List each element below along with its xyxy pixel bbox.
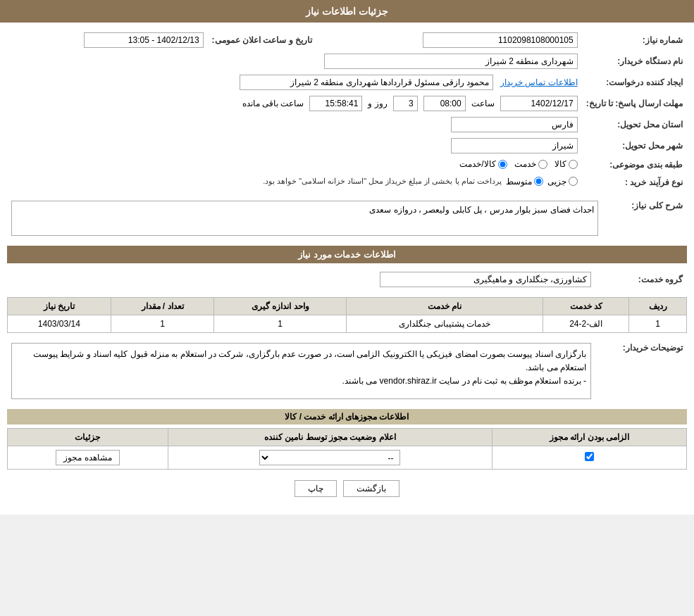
col-date: تاریخ نیاز	[8, 298, 111, 315]
creator-value: اطلاعات تماس خریدار	[7, 72, 582, 93]
process-jozvi-label[interactable]: جزیی	[547, 177, 578, 187]
city-input[interactable]	[451, 138, 578, 153]
services-section-title: اطلاعات خدمات مورد نیاز	[7, 246, 687, 263]
service-group-row: گروه خدمت:	[7, 269, 687, 290]
deadline-time-input[interactable]	[423, 96, 466, 111]
buyer-notes-line: بارگزاری اسناد پیوست بصورت امضای فیزیکی …	[33, 349, 586, 372]
purchase-org-row: نام دستگاه خریدار:	[7, 51, 687, 72]
creator-row: ایجاد کننده درخواست: اطلاعات تماس خریدار	[7, 72, 687, 93]
cell-date: 1403/03/14	[8, 315, 111, 333]
category-kala-radio[interactable]	[569, 160, 578, 169]
deadline-remaining-label: ساعت باقی مانده	[242, 99, 304, 108]
category-khedmat-radio[interactable]	[538, 160, 547, 169]
permissions-row: -- مشاهده مجوز	[8, 446, 687, 470]
cell-name: خدمات پشتیبانی جنگلداری	[347, 315, 543, 333]
purchase-org-value	[7, 51, 582, 72]
category-kala-khedmat-label[interactable]: کالا/خدمت	[459, 159, 507, 169]
category-kala-khedmat-radio[interactable]	[498, 160, 507, 169]
perm-col-detail: جزئیات	[8, 429, 168, 446]
service-group-input[interactable]	[380, 272, 591, 287]
purchase-org-input[interactable]	[324, 54, 578, 69]
buyer-notes-row: توضیحات خریدار: بارگزاری اسناد پیوست بصو…	[7, 340, 687, 402]
deadline-row: مهلت ارسال پاسخ: تا تاریخ: ساعت روز و سا…	[7, 93, 687, 114]
description-table: شرح کلی نیاز: احداث فضای سبز بلوار مدرس …	[7, 198, 687, 239]
footer-buttons: بازگشت چاپ	[7, 470, 687, 508]
col-unit: واحد اندازه گیری	[214, 298, 347, 315]
category-khedmat-text: خدمت	[514, 159, 536, 169]
cell-unit: 1	[214, 315, 347, 333]
city-row: شهر محل تحویل:	[7, 135, 687, 156]
process-motavaset-label[interactable]: متوسط	[506, 177, 543, 187]
view-permit-button[interactable]: مشاهده مجوز	[56, 450, 119, 465]
deadline-day-label: روز و	[368, 99, 387, 108]
cell-row: 1	[629, 315, 687, 333]
perm-col-status: اعلام وضعیت مجوز توسط نامین کننده	[168, 429, 492, 446]
perm-status-select[interactable]: --	[259, 450, 400, 465]
services-table: ردیف کد خدمت نام خدمت واحد اندازه گیری ت…	[7, 297, 687, 333]
buyer-notes-line: - برنده استعلام موظف به ثبت نام در سایت …	[342, 376, 586, 386]
description-label: شرح کلی نیاز:	[602, 198, 687, 239]
service-group-label: گروه خدمت:	[595, 269, 687, 290]
deadline-date-input[interactable]	[500, 96, 578, 111]
deadline-remaining-input[interactable]	[309, 96, 362, 111]
print-button[interactable]: چاپ	[295, 480, 337, 497]
col-qty: تعداد / مقدار	[111, 298, 214, 315]
niyaz-number-row: شماره نیاز: تاریخ و ساعت اعلان عمومی:	[7, 30, 687, 51]
city-label: شهر محل تحویل:	[582, 135, 687, 156]
buyer-notes-table: توضیحات خریدار: بارگزاری اسناد پیوست بصو…	[7, 340, 687, 402]
category-khedmat-label[interactable]: خدمت	[514, 159, 547, 169]
creator-link[interactable]: اطلاعات تماس خریدار	[500, 77, 578, 87]
form-table: شماره نیاز: تاریخ و ساعت اعلان عمومی: نا…	[7, 30, 687, 191]
perm-status-cell: --	[168, 446, 492, 470]
service-group-table: گروه خدمت:	[7, 269, 687, 290]
province-input[interactable]	[451, 117, 578, 132]
category-row: طبقه بندی موضوعی: کالا خدمت	[7, 156, 687, 174]
process-label: نوع فرآیند خرید :	[582, 174, 687, 191]
process-value: جزیی متوسط پرداخت تمام یا بخشی از مبلغ خ…	[7, 174, 582, 191]
back-button[interactable]: بازگشت	[343, 480, 399, 497]
service-group-value	[7, 269, 595, 290]
creator-input[interactable]	[240, 75, 493, 90]
creator-label: ایجاد کننده درخواست:	[582, 72, 687, 93]
description-value: احداث فضای سبز بلوار مدرس ، پل کابلی ولی…	[7, 198, 602, 239]
perm-col-required: الزامی بودن ارائه مجوز	[492, 429, 687, 446]
permissions-section-title: اطلاعات مجوزهای ارائه خدمت / کالا	[7, 409, 687, 425]
province-value	[7, 114, 582, 135]
niyaz-number-value	[326, 30, 582, 51]
announce-date-value	[7, 30, 208, 51]
page-title: جزئیات اطلاعات نیاز	[306, 6, 388, 17]
services-table-header: ردیف کد خدمت نام خدمت واحد اندازه گیری ت…	[8, 298, 687, 315]
main-content: شماره نیاز: تاریخ و ساعت اعلان عمومی: نا…	[0, 23, 694, 515]
announce-date-input[interactable]	[84, 32, 204, 48]
province-row: استان محل تحویل:	[7, 114, 687, 135]
process-motavaset-radio[interactable]	[534, 177, 543, 186]
description-text: احداث فضای سبز بلوار مدرس ، پل کابلی ولی…	[369, 205, 594, 215]
perm-required-checkbox[interactable]	[585, 452, 594, 461]
process-desc-text: پرداخت تمام یا بخشی از مبلغ خریداز محل "…	[263, 177, 502, 186]
perm-required-cell	[492, 446, 687, 470]
deadline-days-input[interactable]	[393, 96, 418, 111]
description-row: شرح کلی نیاز: احداث فضای سبز بلوار مدرس …	[7, 198, 687, 239]
niyaz-number-input[interactable]	[423, 32, 578, 48]
perm-detail-cell: مشاهده مجوز	[8, 446, 168, 470]
permissions-table-header: الزامی بودن ارائه مجوز اعلام وضعیت مجوز …	[8, 429, 687, 446]
category-label: طبقه بندی موضوعی:	[582, 156, 687, 174]
process-motavaset-text: متوسط	[506, 177, 532, 187]
category-value: کالا خدمت کالا/خدمت	[7, 156, 582, 174]
category-kala-khedmat-text: کالا/خدمت	[459, 159, 495, 169]
category-kala-text: کالا	[554, 159, 566, 169]
province-label: استان محل تحویل:	[582, 114, 687, 135]
deadline-time-label: ساعت	[471, 99, 495, 108]
services-table-row: 1 الف-2-24 خدمات پشتیبانی جنگلداری 1 1 1…	[8, 315, 687, 333]
process-row: نوع فرآیند خرید : جزیی متوسط پرداخت تمام…	[7, 174, 687, 191]
process-jozvi-radio[interactable]	[569, 177, 578, 186]
permissions-table: الزامی بودن ارائه مجوز اعلام وضعیت مجوز …	[7, 428, 687, 470]
cell-quantity: 1	[111, 315, 214, 333]
cell-code: الف-2-24	[543, 315, 629, 333]
category-kala-label[interactable]: کالا	[554, 159, 578, 169]
process-jozvi-text: جزیی	[547, 177, 566, 187]
purchase-org-label: نام دستگاه خریدار:	[582, 51, 687, 72]
permissions-table-body: -- مشاهده مجوز	[8, 446, 687, 470]
niyaz-number-label: شماره نیاز:	[582, 30, 687, 51]
city-value	[7, 135, 582, 156]
